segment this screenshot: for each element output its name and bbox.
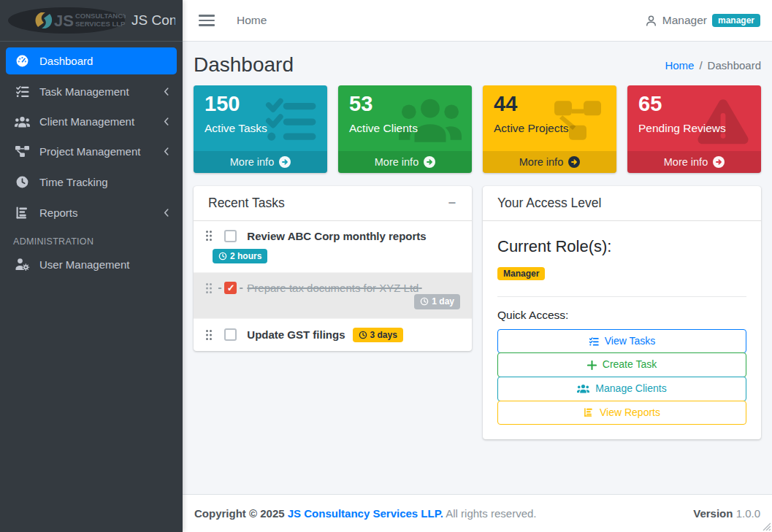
badge-label: 2 hours — [230, 251, 261, 261]
svg-text:JS: JS — [54, 12, 74, 30]
chart-bar-icon — [584, 407, 594, 417]
badge-label: 1 day — [432, 296, 454, 307]
sidebar-nav: Dashboard Task Management — [0, 42, 183, 287]
sidebar-item-user-management[interactable]: User Management — [6, 251, 177, 277]
footer-copyright: Copyright © 2025 JS Consultancy Services… — [194, 507, 536, 520]
info-box-label: Pending Reviews — [638, 122, 754, 139]
info-box-label: Active Projects — [494, 122, 609, 139]
sidebar-section-administration: ADMINISTRATION — [6, 231, 177, 251]
manage-clients-button[interactable]: Manage Clients — [497, 377, 746, 401]
sidebar-item-label: Time Tracking — [39, 176, 169, 188]
more-info-label: More info — [519, 156, 563, 168]
more-info-label: More info — [375, 156, 419, 168]
sidebar-item-task-management[interactable]: Task Management — [6, 78, 177, 105]
brand[interactable]: JS CONSULTANCY SERVICES LLP JS Consultan… — [0, 0, 183, 42]
plus-icon — [587, 361, 597, 370]
brand-logo-icon: JS CONSULTANCY SERVICES LLP — [7, 7, 126, 34]
tasks-icon — [13, 85, 31, 99]
info-box-label: Active Clients — [349, 122, 465, 139]
sidebar-item-reports[interactable]: Reports — [6, 199, 177, 226]
grip-vertical-icon[interactable] — [205, 230, 213, 242]
app-root: { "brand": { "logo_js": "JS", "logo_line… — [0, 0, 772, 532]
footer-version: Version 1.0.0 — [693, 507, 760, 520]
sidebar-item-dashboard[interactable]: Dashboard — [6, 47, 177, 74]
users-icon — [13, 116, 31, 128]
chevron-left-icon — [163, 87, 169, 96]
navbar-user-area[interactable]: Manager manager — [645, 14, 760, 27]
card-title: Recent Tasks — [208, 196, 285, 211]
rights-text: All rights reserved. — [446, 507, 536, 520]
breadcrumb: Home/Dashboard — [665, 59, 761, 72]
sidebar-item-label: Client Management — [39, 115, 163, 128]
badge-label: 3 days — [370, 330, 397, 340]
page-title: Dashboard — [194, 53, 294, 77]
task-checkbox[interactable] — [224, 328, 237, 341]
clock-icon — [218, 252, 227, 261]
breadcrumb-current: Dashboard — [708, 59, 761, 72]
more-info-link[interactable]: More info — [338, 151, 472, 173]
recent-tasks-header: Recent Tasks − — [194, 186, 472, 221]
divider — [497, 296, 746, 297]
task-list: Review ABC Corp monthly reports 2 hours — [194, 221, 472, 351]
clock-icon — [13, 175, 31, 189]
view-tasks-button[interactable]: View Tasks — [497, 329, 746, 354]
navbar-home-link[interactable]: Home — [237, 14, 267, 27]
grip-vertical-icon[interactable] — [205, 329, 213, 341]
arrow-circle-right-icon — [424, 156, 435, 168]
cards-row: Recent Tasks − Review ABC Corp mon — [188, 186, 767, 452]
info-box-value: 150 — [205, 93, 320, 116]
more-info-label: More info — [664, 156, 708, 168]
task-checkbox[interactable] — [224, 282, 237, 294]
chevron-left-icon — [163, 117, 169, 126]
access-level-header: Your Access Level — [483, 186, 761, 221]
task-due-badge: 2 hours — [213, 249, 267, 263]
info-box-pending-reviews: 65 Pending Reviews More info — [627, 85, 761, 173]
info-box-value: 65 — [638, 93, 754, 116]
create-task-button[interactable]: Create Task — [497, 352, 746, 377]
tasks-icon — [589, 336, 599, 347]
chart-bar-icon — [13, 206, 31, 220]
sidebar-toggle-icon[interactable] — [199, 12, 215, 29]
view-reports-button[interactable]: View Reports — [497, 401, 746, 425]
navbar-user-name: Manager — [662, 14, 707, 27]
chevron-left-icon — [163, 147, 169, 156]
task-title: Prepare tax documents for XYZ Ltd — [247, 282, 419, 294]
footer: Copyright © 2025 JS Consultancy Services… — [183, 494, 772, 532]
collapse-icon[interactable]: − — [446, 196, 457, 209]
brand-name: JS Consultancy Services LLP — [131, 12, 175, 28]
grip-vertical-icon[interactable] — [205, 282, 213, 294]
main-area: Home Manager manager Dashboard Home/Dash… — [183, 0, 772, 532]
arrow-circle-right-icon — [713, 156, 725, 168]
resize-grip-icon[interactable] — [762, 522, 771, 531]
sidebar-item-label: Task Management — [39, 85, 163, 98]
more-info-link[interactable]: More info — [194, 151, 327, 173]
sidebar-item-project-management[interactable]: Project Management — [6, 138, 177, 165]
content: 150 Active Tasks More info — [183, 85, 772, 494]
svg-text:SERVICES LLP: SERVICES LLP — [75, 20, 126, 28]
info-box-value: 53 — [349, 93, 465, 116]
info-box-value: 44 — [494, 93, 609, 116]
card-title: Your Access Level — [497, 196, 601, 211]
quick-access-label: Quick Access: — [497, 309, 746, 322]
more-info-link[interactable]: More info — [627, 151, 761, 173]
top-navbar: Home Manager manager — [183, 0, 772, 42]
button-label: View Reports — [600, 406, 660, 420]
info-box-active-clients: 53 Active Clients More info — [338, 85, 472, 173]
access-level-card: Your Access Level Current Role(s): Manag… — [483, 186, 761, 439]
task-title: Review ABC Corp monthly reports — [247, 230, 426, 242]
sidebar-item-client-management[interactable]: Client Management — [6, 109, 177, 134]
breadcrumb-home-link[interactable]: Home — [665, 59, 694, 72]
sidebar-item-time-tracking[interactable]: Time Tracking — [6, 169, 177, 196]
task-checkbox[interactable] — [224, 230, 237, 242]
task-title: Update GST filings — [247, 328, 345, 341]
current-role-label: Current Role(s): — [497, 237, 746, 256]
recent-tasks-card: Recent Tasks − Review ABC Corp mon — [194, 186, 472, 351]
button-label: Manage Clients — [595, 382, 666, 396]
clock-icon — [420, 297, 429, 306]
sidebar-item-label: Reports — [39, 207, 163, 219]
company-link[interactable]: JS Consultancy Services LLP. — [288, 507, 443, 520]
info-boxes-row: 150 Active Tasks More info — [188, 85, 767, 186]
more-info-link[interactable]: More info — [483, 151, 616, 173]
sidebar-item-label: Project Management — [39, 145, 163, 158]
clock-icon — [359, 331, 367, 339]
